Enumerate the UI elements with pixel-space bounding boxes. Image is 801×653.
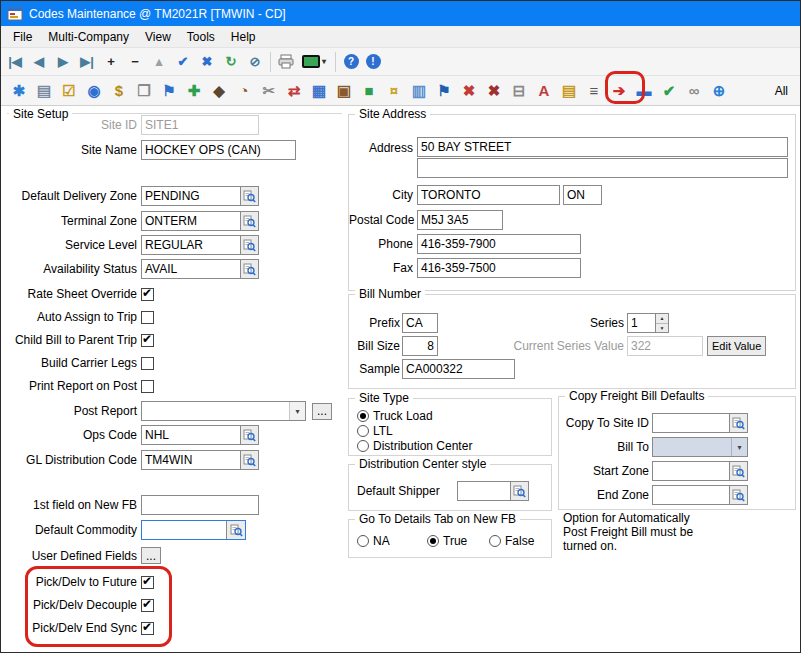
help-button[interactable]: ? [340, 51, 362, 73]
hold-icon[interactable]: ▬ [632, 79, 656, 103]
radio-button[interactable] [357, 425, 369, 437]
last-record-icon[interactable]: ▶| [76, 51, 98, 73]
checkbox-label[interactable]: Pick/Delv Decouple [1, 598, 141, 612]
radio-button[interactable] [357, 440, 369, 452]
default-commodity-field[interactable] [142, 521, 226, 539]
radio-label[interactable]: Truck Load [373, 409, 433, 423]
fax-field[interactable]: 416-359-7500 [417, 258, 581, 278]
checkbox-label[interactable]: Build Carrier Legs [1, 356, 141, 370]
post-report-browse-button[interactable]: ... [312, 403, 332, 420]
currency-grid-icon[interactable]: ¤ [382, 79, 406, 103]
grid-add-icon[interactable]: ✚ [182, 79, 206, 103]
menu-item[interactable]: Multi-Company [40, 28, 137, 46]
radio-label[interactable]: True [443, 534, 467, 548]
radio-button[interactable] [357, 535, 369, 547]
approve-icon[interactable]: ✔ [657, 79, 681, 103]
cargo-icon[interactable]: ■ [357, 79, 381, 103]
radio-label[interactable]: Distribution Center [373, 439, 472, 453]
copy-icon[interactable]: ❐ [132, 79, 156, 103]
radio-button[interactable] [427, 535, 439, 547]
ops-code-field[interactable]: NHL [141, 425, 241, 445]
link-icon[interactable]: ∞ [682, 79, 706, 103]
availability-status-lookup-button[interactable] [240, 259, 259, 279]
address-line2-field[interactable] [417, 158, 788, 178]
sample-field[interactable]: CA000322 [402, 359, 515, 379]
truck-icon[interactable]: ▣ [332, 79, 356, 103]
checkbox[interactable] [141, 576, 154, 589]
spin-down-button[interactable]: ▼ [656, 324, 668, 333]
address-line1-field[interactable]: 50 BAY STREET [417, 137, 788, 157]
pinwheel-icon[interactable]: ✱ [7, 79, 31, 103]
interline-x-icon[interactable]: ✖ [457, 79, 481, 103]
form-icon[interactable]: ▤ [32, 79, 56, 103]
globe-icon[interactable]: ⊕ [707, 79, 731, 103]
series-field[interactable]: 1 ▲ ▼ [627, 313, 669, 333]
radio-label[interactable]: NA [373, 534, 390, 548]
grid-check-icon[interactable]: ☑ [57, 79, 81, 103]
app-icon[interactable] [7, 6, 23, 22]
grid-select-icon[interactable]: ▦ [307, 79, 331, 103]
gl-distribution-code-field[interactable]: TM4WIN [141, 450, 241, 470]
bill-to-select[interactable]: ▾ [652, 437, 748, 457]
terminal-zone-field[interactable]: ONTERM [141, 211, 241, 231]
checkbox[interactable] [141, 311, 154, 324]
spreadsheet-icon[interactable]: ▥ [407, 79, 431, 103]
checkbox[interactable] [141, 599, 154, 612]
split-arrows-icon[interactable]: ⇄ [282, 79, 306, 103]
flagpole-icon[interactable]: ⚑ [432, 79, 456, 103]
site-name-field[interactable]: HOCKEY OPS (CAN) [141, 140, 296, 160]
radio-label[interactable]: False [505, 534, 534, 548]
ledger-icon[interactable]: ▤ [557, 79, 581, 103]
first-record-icon[interactable]: |◀ [4, 51, 26, 73]
checkbox[interactable] [141, 380, 154, 393]
prefix-field[interactable]: CA [402, 313, 438, 333]
start-zone-field[interactable] [652, 461, 730, 481]
city-field[interactable]: TORONTO [417, 185, 560, 205]
service-level-lookup-button[interactable] [240, 235, 259, 255]
default-shipper-field[interactable] [457, 481, 511, 501]
availability-status-field[interactable]: AVAIL [141, 259, 241, 279]
default-delivery-zone-field[interactable]: PENDING [141, 186, 241, 206]
phone-field[interactable]: 416-359-7900 [417, 234, 581, 254]
checkbox[interactable] [141, 288, 154, 301]
menu-item[interactable]: File [5, 28, 40, 46]
container-icon[interactable]: ◆ [207, 79, 231, 103]
interline-x2-icon[interactable]: ✖ [482, 79, 506, 103]
start-zone-lookup-button[interactable] [729, 461, 748, 481]
next-record-icon[interactable]: ▶ [52, 51, 74, 73]
menu-item[interactable]: Tools [179, 28, 223, 46]
province-field[interactable]: ON [563, 185, 602, 205]
end-zone-lookup-button[interactable] [729, 485, 748, 505]
copy-to-site-id-field[interactable] [652, 413, 730, 433]
terminal-zone-lookup-button[interactable] [240, 211, 259, 231]
checkbox[interactable] [141, 334, 154, 347]
copy-to-site-id-lookup-button[interactable] [729, 413, 748, 433]
checkbox-label[interactable]: Pick/Delv to Future [1, 575, 141, 589]
checkbox-label[interactable]: Pick/Delv End Sync [1, 621, 141, 635]
previous-record-icon[interactable]: ◀ [28, 51, 50, 73]
about-button[interactable]: ! [362, 51, 384, 73]
post-report-select[interactable]: ▾ [141, 401, 306, 421]
add-record-icon[interactable]: + [100, 51, 122, 73]
checkbox-label[interactable]: Print Report on Post [1, 379, 141, 393]
save-check-icon[interactable]: ✔ [172, 51, 194, 73]
checkbox-label[interactable]: Child Bill to Parent Trip [1, 333, 141, 347]
service-level-field[interactable]: REGULAR [141, 235, 241, 255]
spin-up-button[interactable]: ▲ [656, 314, 668, 324]
edit-value-button[interactable]: Edit Value [707, 336, 766, 356]
radio-button[interactable] [357, 410, 369, 422]
blade-icon[interactable]: ✂ [257, 79, 281, 103]
default-shipper-lookup-button[interactable] [510, 481, 529, 501]
print-icon[interactable] [275, 51, 297, 73]
gl-distribution-code-lookup-button[interactable] [240, 450, 259, 470]
collapse-icon[interactable]: ▴ [148, 51, 170, 73]
gauge-icon[interactable]: ◔ [232, 79, 256, 103]
clamp-icon[interactable]: ⊟ [507, 79, 531, 103]
checkbox-label[interactable]: Rate Sheet Override [1, 287, 141, 301]
first-field-new-fb-field[interactable] [141, 495, 259, 515]
flag-icon[interactable]: ⚑ [157, 79, 181, 103]
default-delivery-zone-lookup-button[interactable] [240, 186, 259, 206]
refresh-icon[interactable]: ↻ [220, 51, 242, 73]
transfer-arrow-icon[interactable]: ➔ [607, 79, 631, 103]
bill-size-field[interactable]: 8 [402, 336, 438, 356]
